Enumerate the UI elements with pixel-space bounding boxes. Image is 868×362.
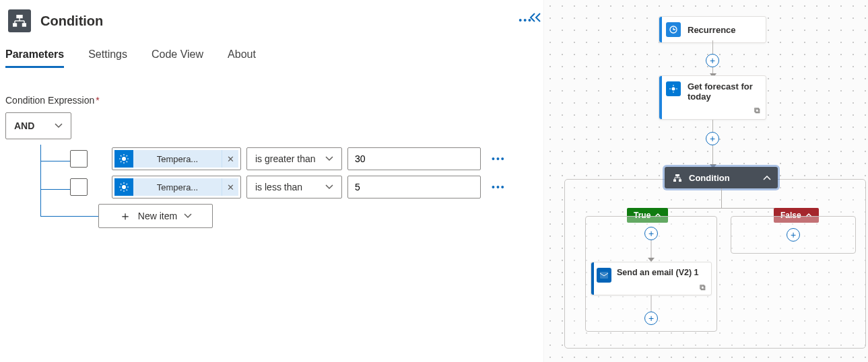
rule-more-button[interactable]: •••	[492, 182, 506, 192]
svg-rect-37	[679, 180, 681, 182]
node-accent	[591, 262, 594, 295]
svg-line-21	[121, 184, 121, 184]
svg-line-13	[127, 161, 127, 162]
connector	[651, 295, 652, 312]
logic-rail	[40, 145, 41, 216]
plus-icon: ＋	[119, 208, 131, 224]
svg-rect-5	[13, 24, 17, 26]
new-item-button[interactable]: ＋ New item	[98, 204, 213, 228]
condition-properties-panel: Condition ••• Parameters Settings Code V…	[0, 0, 544, 362]
branch-true-inner: + Send an email (V2) 1 ⧉ +	[585, 216, 717, 332]
node-get-forecast[interactable]: Get forecast for today ⧉	[659, 75, 766, 120]
branch-false-inner: +	[731, 216, 856, 254]
logic-rail-branch	[40, 189, 70, 190]
section-label-text: Condition Expression	[5, 95, 94, 106]
operand-token-label: Tempera...	[133, 178, 222, 196]
svg-line-22	[127, 190, 127, 190]
add-step-button[interactable]: +	[787, 228, 800, 242]
chevron-up-icon[interactable]	[763, 173, 771, 183]
svg-line-14	[121, 161, 121, 162]
svg-rect-38	[600, 272, 608, 279]
weather-icon	[666, 81, 681, 96]
logic-operator-dropdown[interactable]: AND	[5, 112, 71, 139]
flow-canvas[interactable]: Recurrence + Get forecast for today ⧉ + …	[544, 0, 868, 362]
chevron-down-icon	[325, 156, 333, 161]
chevron-down-icon	[325, 184, 333, 190]
node-label: Get forecast for today	[688, 81, 759, 102]
rule-checkbox[interactable]	[70, 150, 88, 168]
rule-row: Tempera... ✕ is less than •••	[70, 173, 537, 201]
tab-settings[interactable]: Settings	[88, 44, 127, 68]
collapse-panel-button[interactable]	[528, 12, 544, 25]
tab-about[interactable]: About	[228, 44, 256, 68]
connector	[651, 240, 652, 259]
chevron-down-icon	[55, 123, 63, 129]
condition-icon	[671, 172, 683, 184]
link-icon: ⧉	[754, 106, 760, 115]
link-icon: ⧉	[700, 283, 706, 292]
svg-point-16	[122, 185, 126, 189]
logic-rail-branch	[40, 161, 70, 161]
node-accent	[659, 76, 662, 119]
comparator-value: is less than	[255, 182, 302, 192]
node-label: Send an email (V2) 1	[617, 268, 699, 277]
condition-expression-label: Condition Expression*	[5, 95, 537, 106]
comparator-dropdown[interactable]: is less than	[246, 176, 342, 198]
add-step-button[interactable]: +	[644, 227, 658, 240]
page-title: Condition	[40, 13, 103, 29]
node-condition[interactable]: Condition	[665, 167, 778, 188]
svg-line-24	[127, 184, 127, 184]
connector	[712, 145, 713, 166]
remove-token-button[interactable]: ✕	[222, 150, 238, 168]
add-step-button[interactable]: +	[706, 132, 719, 145]
condition-group[interactable]: Condition True False + Send an email (V2…	[564, 179, 866, 349]
rule-more-button[interactable]: •••	[492, 153, 506, 164]
clock-icon	[666, 22, 681, 37]
connector	[721, 188, 722, 209]
rules-container: Tempera... ✕ is greater than ••• Tempera…	[5, 145, 537, 228]
svg-line-23	[121, 190, 121, 190]
panel-header: Condition	[5, 7, 537, 44]
value-input[interactable]	[347, 176, 481, 198]
required-asterisk: *	[96, 95, 99, 106]
logic-rail-branch	[40, 216, 98, 217]
svg-point-7	[122, 157, 126, 161]
tab-codeview[interactable]: Code View	[152, 44, 203, 68]
outlook-icon	[597, 268, 611, 283]
operand-token-label: Tempera...	[133, 150, 222, 168]
weather-icon	[114, 150, 133, 168]
rule-checkbox[interactable]	[70, 178, 88, 196]
rule-row: Tempera... ✕ is greater than •••	[70, 145, 537, 173]
new-item-label: New item	[138, 211, 177, 221]
svg-point-26	[672, 87, 675, 91]
node-accent	[659, 17, 662, 42]
logic-operator-value: AND	[14, 120, 34, 131]
condition-icon	[8, 9, 31, 32]
value-input[interactable]	[347, 147, 481, 170]
operand-token-field[interactable]: Tempera... ✕	[112, 147, 241, 170]
connector	[712, 40, 713, 54]
svg-line-12	[121, 155, 121, 156]
svg-rect-31	[676, 174, 679, 176]
tab-parameters[interactable]: Parameters	[5, 44, 64, 68]
svg-rect-6	[23, 24, 26, 26]
svg-line-15	[127, 155, 127, 156]
operand-token-field[interactable]: Tempera... ✕	[112, 176, 241, 198]
chevron-down-icon	[184, 213, 192, 219]
weather-icon	[114, 178, 133, 196]
add-step-button[interactable]: +	[706, 54, 719, 67]
node-send-email[interactable]: Send an email (V2) 1 ⧉	[591, 262, 712, 295]
svg-rect-0	[17, 15, 22, 18]
tabstrip: Parameters Settings Code View About	[5, 44, 537, 72]
add-step-button[interactable]: +	[644, 312, 658, 325]
node-label: Condition	[689, 173, 730, 183]
node-label: Recurrence	[688, 25, 736, 35]
remove-token-button[interactable]: ✕	[222, 178, 238, 196]
comparator-value: is greater than	[255, 153, 316, 164]
connector	[712, 120, 713, 132]
node-recurrence[interactable]: Recurrence	[659, 16, 766, 43]
svg-rect-36	[674, 180, 676, 182]
comparator-dropdown[interactable]: is greater than	[246, 147, 342, 170]
